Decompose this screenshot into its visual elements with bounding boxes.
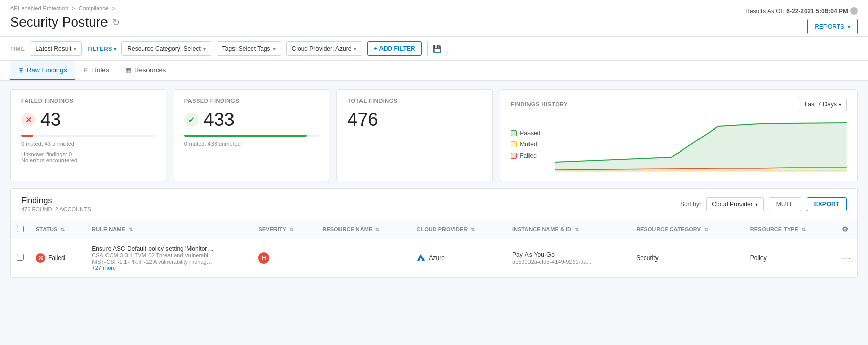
history-label: FINDINGS HISTORY — [511, 101, 568, 107]
th-severity[interactable]: SEVERITY ⇅ — [252, 220, 316, 239]
chart-area — [555, 116, 847, 172]
time-label: TIME — [10, 46, 25, 52]
sort-arrows-icon: ⇅ — [704, 227, 708, 232]
th-instance-name[interactable]: INSTANCE NAME & ID ⇅ — [506, 220, 630, 239]
page-title: Security Posture — [10, 14, 108, 30]
th-resource-category[interactable]: RESOURCE CATEGORY ⇅ — [630, 220, 744, 239]
sort-arrows-icon: ⇅ — [129, 227, 133, 232]
legend-passed: Passed — [511, 130, 546, 137]
add-filter-button[interactable]: + ADD FILTER — [367, 41, 421, 56]
gear-icon[interactable]: ⚙ — [842, 225, 849, 233]
resource-type-value: Policy — [750, 254, 767, 262]
rule-name-sub1: CSA-CCM-3.0.1-TVM-02 Threat and Vulnerab… — [92, 252, 215, 258]
page-title-row: Security Posture ↻ — [10, 14, 120, 36]
results-as-of: Results As Of: 6-22-2021 5:06:04 PM i — [745, 7, 858, 15]
metrics-row: FAILED FINDINGS ✕ 43 0 muted, 43 unmuted… — [10, 89, 858, 181]
azure-logo-icon — [416, 253, 426, 263]
findings-header: Findings 476 FOUND, 2 ACCOUNTS Sort by: … — [11, 189, 857, 220]
resource-category-dropdown[interactable]: Resource Category: Select ▾ — [121, 41, 211, 56]
rule-name-sub2: NIST-CSF-1.1-PR.IP-12 A vulnerability ma… — [92, 258, 215, 265]
rule-name-main: Ensure ASC Default policy setting 'Monit… — [92, 245, 215, 252]
findings-title: Findings — [21, 196, 91, 205]
tab-rules[interactable]: ⚐ Rules — [75, 61, 117, 80]
findings-history-card: FINDINGS HISTORY Last 7 Days ▾ Passed Mu… — [500, 89, 858, 181]
instance-id: ae59002a-cfd5-4149-9261-aa... — [512, 258, 624, 265]
unknown-findings: Unknown findings: 0 — [21, 151, 156, 157]
sort-arrows-icon: ⇅ — [289, 227, 293, 232]
th-cloud-provider[interactable]: CLOUD PROVIDER ⇅ — [410, 220, 506, 239]
failed-bar — [21, 135, 156, 137]
th-checkbox[interactable] — [11, 220, 30, 239]
info-icon[interactable]: i — [850, 7, 858, 15]
history-time-dropdown[interactable]: Last 7 Days ▾ — [799, 98, 847, 111]
mute-button[interactable]: MUTE — [769, 197, 801, 211]
main-content: FAILED FINDINGS ✕ 43 0 muted, 43 unmuted… — [0, 81, 868, 286]
caret-icon: ▾ — [354, 46, 356, 52]
failed-icon: ✕ — [21, 113, 35, 127]
svg-marker-0 — [555, 123, 847, 172]
failed-findings-card: FAILED FINDINGS ✕ 43 0 muted, 43 unmuted… — [10, 89, 166, 181]
chart-legend: Passed Muted Failed — [511, 116, 546, 172]
passed-sub: 0 muted, 433 unmuted — [184, 141, 319, 147]
caret-down-icon: ▾ — [848, 24, 850, 30]
top-bar: API-enabled Protection > Compliance > Se… — [0, 0, 868, 37]
refresh-icon[interactable]: ↻ — [112, 17, 120, 28]
legend-muted: Muted — [511, 141, 546, 148]
grid-icon: ⊞ — [18, 67, 24, 74]
findings-actions: Sort by: Cloud Provider ▾ MUTE EXPORT — [680, 197, 847, 211]
cloud-provider-dropdown[interactable]: Cloud Provider: Azure ▾ — [286, 41, 363, 56]
passed-icon: ✓ — [184, 113, 199, 127]
select-all-checkbox[interactable] — [17, 226, 24, 232]
passed-label: PASSED FINDINGS — [184, 98, 319, 104]
rules-icon: ⚐ — [83, 67, 89, 74]
failed-status-icon: ✕ — [36, 253, 45, 263]
th-resource-type[interactable]: RESOURCE TYPE ⇅ — [744, 220, 836, 239]
failed-sub: 0 muted, 43 unmuted — [21, 141, 156, 147]
th-status[interactable]: STATUS ⇅ — [30, 220, 86, 239]
passed-findings-card: PASSED FINDINGS ✓ 433 0 muted, 433 unmut… — [174, 89, 330, 181]
resources-icon: ▦ — [125, 67, 131, 74]
no-errors: No errors encountered. — [21, 157, 156, 163]
th-resource-name[interactable]: RESOURCE NAME ⇅ — [316, 220, 410, 239]
sort-arrows-icon: ⇅ — [801, 227, 806, 232]
findings-title-group: Findings 476 FOUND, 2 ACCOUNTS — [21, 196, 91, 212]
passed-value: 433 — [204, 109, 235, 131]
row-actions-button[interactable]: ··· — [842, 253, 851, 264]
sort-arrows-icon: ⇅ — [375, 227, 379, 232]
export-button[interactable]: EXPORT — [807, 197, 847, 211]
filters-label[interactable]: FILTERS ▾ — [87, 46, 116, 52]
caret-icon: ▾ — [273, 46, 276, 52]
tabs-row: ⊞ Raw Findings ⚐ Rules ▦ Resources — [0, 61, 868, 81]
th-settings[interactable]: ⚙ — [836, 220, 857, 239]
row-checkbox[interactable] — [17, 254, 24, 261]
caret-icon: ▾ — [755, 202, 758, 207]
caret-icon: ▾ — [74, 46, 76, 52]
table-row: ✕ Failed Ensure ASC Default policy setti… — [11, 239, 857, 277]
tab-resources[interactable]: ▦ Resources — [117, 61, 174, 80]
severity-badge: H — [258, 252, 269, 264]
table-wrapper: STATUS ⇅ RULE NAME ⇅ SEVERITY ⇅ RESOUR — [11, 220, 857, 277]
filter-toolbar: TIME Latest Result ▾ FILTERS ▾ Resource … — [0, 37, 868, 61]
tags-dropdown[interactable]: Tags: Select Tags ▾ — [217, 41, 281, 56]
sort-arrows-icon: ⇅ — [575, 227, 579, 232]
reports-button[interactable]: REPORTS ▾ — [807, 19, 858, 34]
resource-category-value: Security — [636, 254, 658, 262]
findings-section: Findings 476 FOUND, 2 ACCOUNTS Sort by: … — [10, 188, 858, 278]
sort-dropdown[interactable]: Cloud Provider ▾ — [706, 197, 763, 211]
cloud-provider-cell: Azure — [416, 253, 500, 263]
status-badge: ✕ Failed — [36, 253, 65, 263]
tab-raw-findings[interactable]: ⊞ Raw Findings — [10, 61, 75, 80]
caret-icon: ▾ — [839, 102, 841, 107]
failed-label: FAILED FINDINGS — [21, 98, 156, 104]
sort-by-label: Sort by: — [680, 201, 701, 208]
legend-failed: Failed — [511, 152, 546, 159]
latest-result-dropdown[interactable]: Latest Result ▾ — [30, 41, 82, 56]
caret-icon: ▾ — [203, 46, 206, 52]
rule-more-link[interactable]: +27 more — [92, 265, 246, 271]
th-rule-name[interactable]: RULE NAME ⇅ — [86, 220, 252, 239]
instance-name: Pay-As-You-Go — [512, 251, 624, 258]
top-header-row: API-enabled Protection > Compliance > Se… — [10, 5, 858, 36]
failed-value: 43 — [40, 109, 61, 131]
save-filter-button[interactable]: 💾 — [427, 41, 447, 56]
findings-chart — [555, 116, 847, 172]
